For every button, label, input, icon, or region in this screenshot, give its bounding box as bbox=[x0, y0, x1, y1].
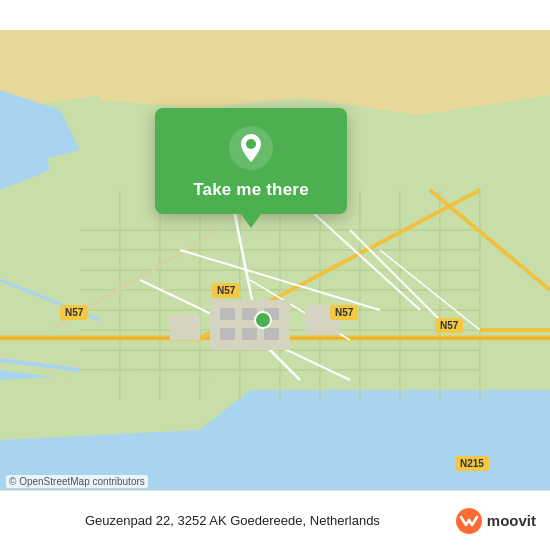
road-label-n57-4: N57 bbox=[435, 318, 463, 333]
address-label: Geuzenpad 22, 3252 AK Goedereede, Nether… bbox=[10, 513, 455, 528]
svg-rect-43 bbox=[220, 328, 235, 340]
road-label-n57-2: N57 bbox=[212, 283, 240, 298]
location-pin-icon bbox=[229, 126, 273, 170]
bottom-bar: Geuzenpad 22, 3252 AK Goedereede, Nether… bbox=[0, 490, 550, 550]
moovit-text: moovit bbox=[487, 512, 536, 529]
svg-rect-46 bbox=[170, 315, 200, 340]
svg-point-55 bbox=[246, 139, 256, 149]
svg-rect-44 bbox=[242, 328, 257, 340]
road-label-n57-1: N57 bbox=[60, 305, 88, 320]
svg-rect-40 bbox=[220, 308, 235, 320]
moovit-logo: moovit bbox=[455, 507, 536, 535]
take-me-there-label: Take me there bbox=[193, 180, 309, 200]
moovit-icon bbox=[455, 507, 483, 535]
road-label-n215: N215 bbox=[455, 456, 489, 471]
svg-rect-39 bbox=[210, 300, 290, 350]
location-popup[interactable]: Take me there bbox=[155, 108, 347, 214]
svg-rect-45 bbox=[264, 328, 279, 340]
svg-point-53 bbox=[255, 312, 271, 328]
osm-attribution: © OpenStreetMap contributors bbox=[6, 475, 148, 488]
road-label-n57-3: N57 bbox=[330, 305, 358, 320]
map-container: N57 N57 N57 N57 N215 Take me there © Ope… bbox=[0, 0, 550, 550]
